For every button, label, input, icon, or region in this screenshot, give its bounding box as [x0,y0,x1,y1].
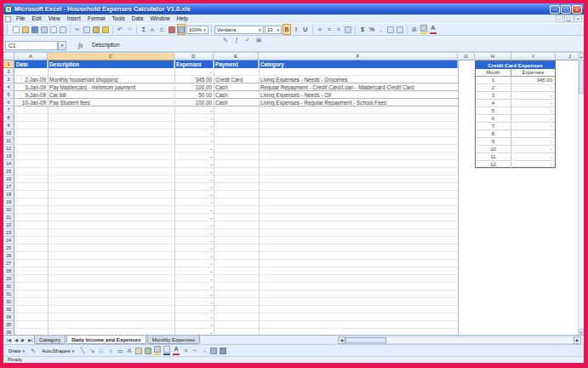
cc-month-cell-7[interactable]: 7 [476,123,511,129]
row-header-24[interactable]: 24 [3,237,14,244]
word-art-icon[interactable]: A [125,345,134,356]
select-arrow-icon[interactable]: ↖ [29,345,37,356]
restore-window-icon[interactable]: ▢ [564,15,574,22]
row-header-3[interactable]: 3 [3,76,14,83]
row-header-1[interactable]: 1 [3,60,14,68]
sheet-nav-next-sheet-icon[interactable]: ▶ [20,336,26,342]
menu-file[interactable]: File [13,14,28,23]
pencil-icon[interactable]: ✎ [221,34,230,45]
horizontal-scrollbar[interactable]: ◀ ▶ [338,336,581,344]
bold-button[interactable]: B [283,24,291,35]
format-painter-icon[interactable] [101,24,110,35]
scroll-left-icon[interactable]: ◀ [338,336,345,344]
chart-wizard-icon[interactable] [168,24,176,35]
cc-expense-cell-7[interactable]: - [511,123,555,129]
name-box[interactable]: C1 [5,41,58,50]
font-size-dropdown[interactable]: 10 ▾ [265,26,282,34]
line-icon[interactable]: ╲ [78,345,87,356]
sort-descending-icon[interactable]: Z↓ [158,24,167,35]
cc-month-cell-10[interactable]: 10 [476,146,511,152]
column-header-H[interactable]: H [475,53,511,60]
column-header-C[interactable]: C [48,53,174,60]
cc-month-cell-1[interactable]: 1 [476,77,511,83]
table-header-payment[interactable]: Payment [214,60,259,68]
row-header-6[interactable]: 6 [3,99,14,106]
line-style-icon[interactable]: ≡ [181,345,190,356]
row-header-12[interactable]: 12 [3,145,14,152]
vertical-scrollbar[interactable]: ▲ ▼ [578,53,584,335]
undo-icon[interactable]: ↶ [116,24,124,35]
row-header-30[interactable]: 30 [3,283,14,290]
row-header-20[interactable]: 20 [3,206,14,214]
row-header-19[interactable]: 19 [3,198,14,206]
insert-picture-icon[interactable] [144,345,152,356]
horizontal-scroll-track[interactable] [345,336,574,344]
row-header-21[interactable]: 21 [3,214,14,221]
restore-button[interactable]: ▢ [561,5,571,14]
row-header-15[interactable]: 15 [3,168,14,175]
cut-icon[interactable]: ✂ [73,24,82,35]
clip-art-icon[interactable] [134,345,143,356]
currency-style-icon[interactable]: $ [358,24,367,35]
menu-tools[interactable]: Tools [109,14,128,23]
close-button[interactable]: × [572,5,582,14]
sheet-nav-first-sheet-icon[interactable]: |◀ [5,336,13,342]
row-header-27[interactable]: 27 [3,260,14,267]
menu-data[interactable]: Data [128,14,147,23]
check-icon[interactable]: ✓ [243,34,252,45]
function-icon[interactable]: ƒ [232,34,241,45]
cc-expense-cell-4[interactable]: - [511,100,555,106]
drawing-toolbar-toggle-icon[interactable] [177,24,186,35]
print-icon[interactable] [40,24,49,35]
menu-view[interactable]: View [45,14,64,23]
sheet-tab-category[interactable]: Category [34,336,66,344]
row-header-22[interactable]: 22 [3,221,14,229]
row-header-8[interactable]: 8 [3,114,14,122]
menu-insert[interactable]: Insert [64,14,84,23]
align-right-icon[interactable]: ≡ [334,24,343,35]
sheet-tab-daily-income-and-expenses[interactable]: Daily Income and Expenses [66,336,146,344]
cc-expense-cell-5[interactable]: - [511,107,555,114]
menu-window[interactable]: Window [146,14,173,23]
new-workbook-icon[interactable] [12,24,20,35]
row-header-11[interactable]: 11 [3,137,14,145]
scroll-up-icon[interactable]: ▲ [579,53,584,59]
cc-month-cell-2[interactable]: 2 [476,84,511,91]
row-header-10[interactable]: 10 [3,129,14,137]
save-icon[interactable] [31,24,39,35]
vertical-scroll-thumb[interactable] [579,60,584,94]
spelling-icon[interactable] [59,24,67,35]
column-header-G[interactable]: G [458,53,475,60]
row-header-28[interactable]: 28 [3,267,14,275]
autoshapes-menu-button[interactable]: AutoShapes ▾ [39,348,77,354]
horizontal-scroll-thumb[interactable] [345,337,386,343]
grid-icon[interactable]: ▤ [254,34,263,45]
table-header-expenses[interactable]: Expenses [174,60,214,68]
row-header-13[interactable]: 13 [3,152,14,160]
row-header-31[interactable]: 31 [3,290,14,298]
row-header-16[interactable]: 16 [3,175,14,183]
fill-color-icon[interactable] [420,24,428,35]
row-header-14[interactable]: 14 [3,160,14,168]
oval-icon[interactable]: ○ [106,345,115,356]
autosum-icon[interactable]: Σ [140,24,148,35]
minimize-window-icon[interactable]: – [556,15,563,22]
row-header-5[interactable]: 5 [3,91,14,99]
insert-function-icon[interactable]: fx [78,42,83,49]
three-d-style-icon[interactable] [219,345,227,356]
cc-expense-cell-11[interactable]: - [511,153,555,160]
cc-month-cell-8[interactable]: 8 [476,130,511,137]
dash-style-icon[interactable]: ┄ [191,345,199,356]
cc-month-cell-3[interactable]: 3 [476,92,511,99]
formula-content[interactable]: Description [92,42,120,48]
align-center-icon[interactable]: ≡ [325,24,334,35]
borders-icon[interactable]: ⊞ [410,24,419,35]
row-header-33[interactable]: 33 [3,306,14,313]
shadow-style-icon[interactable] [209,345,218,356]
cell-D36[interactable]: - [174,329,214,335]
row-header-7[interactable]: 7 [3,106,14,114]
scroll-down-icon[interactable]: ▼ [579,329,584,335]
row-header-4[interactable]: 4 [3,83,14,91]
table-header-date[interactable]: Date [14,60,48,68]
font-color-icon[interactable]: A [429,24,437,35]
